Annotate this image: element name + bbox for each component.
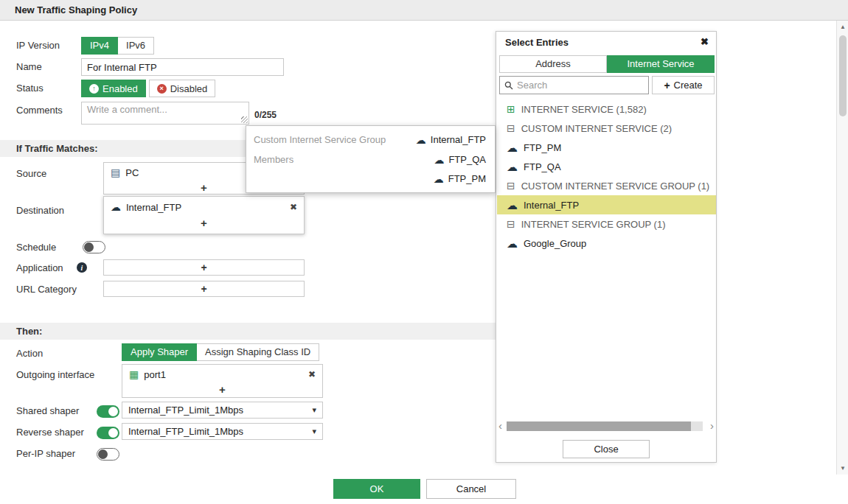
select-entries-title: Select Entries bbox=[505, 37, 569, 48]
assign-shaping-class-id-button[interactable]: Assign Shaping Class ID bbox=[197, 343, 319, 361]
status-segment: ↑ Enabled × Disabled bbox=[81, 80, 215, 97]
panel-close-button[interactable]: Close bbox=[563, 440, 650, 458]
pc-object-icon: ▤ bbox=[111, 167, 120, 178]
collapse-minus-icon[interactable]: ⊟ bbox=[507, 181, 515, 191]
collapse-minus-icon[interactable]: ⊟ bbox=[507, 219, 515, 229]
new-traffic-shaping-policy-dialog: New Traffic Shaping Policy IP Version IP… bbox=[0, 0, 848, 504]
list-item-internal-ftp-selected[interactable]: ☁ Internal_FTP bbox=[497, 195, 716, 214]
list-item-internet-service[interactable]: ⊞ INTERNET SERVICE (1,582) bbox=[497, 99, 716, 119]
tooltip-group-label: Custom Internet Service Group bbox=[254, 133, 386, 147]
destination-entry-label: Internal_FTP bbox=[126, 202, 181, 213]
horizontal-scrollbar-thumb[interactable] bbox=[507, 421, 691, 431]
comments-textarea[interactable] bbox=[81, 102, 249, 125]
cloud-icon: ☁ bbox=[434, 155, 444, 165]
tooltip-group-value-label: Internal_FTP bbox=[431, 133, 486, 147]
source-entry-label: PC bbox=[125, 167, 139, 178]
group-members-tooltip: Custom Internet Service Group ☁ Internal… bbox=[246, 125, 496, 193]
list-item-internet-service-group[interactable]: ⊟ INTERNET SERVICE GROUP (1) bbox=[497, 214, 716, 234]
destination-entry-internal-ftp[interactable]: ☁ Internal_FTP ✖ bbox=[104, 197, 304, 217]
list-item-label: Google_Group bbox=[524, 238, 586, 249]
remove-entry-icon[interactable]: ✖ bbox=[308, 369, 316, 379]
tooltip-member-label: FTP_PM bbox=[448, 172, 486, 186]
name-label: Name bbox=[16, 60, 42, 74]
per-ip-shaper-toggle[interactable] bbox=[97, 448, 119, 461]
cloud-icon: ☁ bbox=[507, 238, 518, 249]
name-input[interactable] bbox=[81, 58, 284, 76]
cloud-icon: ☁ bbox=[507, 200, 518, 211]
status-disabled-label: Disabled bbox=[170, 83, 208, 94]
create-button-label: Create bbox=[674, 80, 703, 91]
tooltip-member-label: FTP_QA bbox=[448, 153, 486, 167]
reverse-shaper-toggle[interactable] bbox=[97, 427, 119, 439]
status-disabled-button[interactable]: × Disabled bbox=[149, 80, 216, 97]
scroll-down-icon[interactable]: ▼ bbox=[837, 465, 848, 472]
comments-field-wrap bbox=[81, 102, 249, 125]
section-then: Then: bbox=[0, 323, 496, 340]
dialog-titlebar: New Traffic Shaping Policy bbox=[0, 0, 848, 21]
tab-address[interactable]: Address bbox=[499, 55, 607, 73]
list-item-google-group[interactable]: ☁ Google_Group bbox=[497, 234, 716, 253]
application-add-box[interactable]: + bbox=[103, 259, 305, 276]
shared-shaper-toggle[interactable] bbox=[97, 405, 119, 418]
search-input[interactable] bbox=[517, 80, 644, 91]
reverse-shaper-select[interactable]: Internal_FTP_Limit_1Mbps ▾ bbox=[122, 423, 323, 440]
list-item-label: INTERNET SERVICE (1,582) bbox=[521, 104, 647, 115]
status-label: Status bbox=[16, 81, 44, 96]
action-segment: Apply Shaper Assign Shaping Class ID bbox=[122, 343, 319, 361]
dialog-title: New Traffic Shaping Policy bbox=[15, 0, 137, 21]
remove-entry-icon[interactable]: ✖ bbox=[290, 202, 297, 212]
status-enabled-button[interactable]: ↑ Enabled bbox=[81, 80, 146, 97]
ipv6-button[interactable]: IPv6 bbox=[118, 37, 154, 55]
comments-label: Comments bbox=[16, 103, 63, 118]
destination-box: ☁ Internal_FTP ✖ + bbox=[103, 196, 305, 234]
search-icon bbox=[504, 81, 513, 90]
list-item-label: INTERNET SERVICE GROUP (1) bbox=[521, 219, 666, 230]
destination-label: Destination bbox=[16, 203, 64, 218]
destination-add-button[interactable]: + bbox=[104, 217, 304, 231]
shared-shaper-value: Internal_FTP_Limit_1Mbps bbox=[128, 405, 243, 416]
schedule-toggle[interactable] bbox=[83, 241, 105, 253]
cloud-icon: ☁ bbox=[416, 135, 426, 145]
scroll-up-icon[interactable]: ▲ bbox=[837, 24, 848, 30]
expand-plus-icon[interactable]: ⊞ bbox=[507, 104, 515, 114]
info-icon[interactable]: i bbox=[77, 262, 87, 273]
list-item-custom-internet-service-group[interactable]: ⊟ CUSTOM INTERNET SERVICE GROUP (1) bbox=[497, 176, 716, 195]
chevron-down-icon: ▾ bbox=[312, 427, 316, 436]
ip-version-label: IP Version bbox=[16, 38, 60, 53]
tooltip-member-item: ☁ FTP_QA bbox=[434, 153, 486, 167]
apply-shaper-button[interactable]: Apply Shaper bbox=[122, 343, 197, 361]
panel-close-icon[interactable]: ✖ bbox=[701, 36, 709, 47]
tooltip-group-value: ☁ Internal_FTP bbox=[416, 133, 486, 147]
horizontal-scrollbar[interactable] bbox=[507, 421, 703, 431]
list-item-label: FTP_QA bbox=[524, 161, 561, 172]
schedule-label: Schedule bbox=[16, 240, 56, 255]
source-label: Source bbox=[16, 167, 46, 181]
ok-button[interactable]: OK bbox=[333, 479, 420, 499]
hscroll-left-chevron-icon[interactable]: ‹ bbox=[498, 419, 502, 433]
outgoing-interface-box: ▦ port1 ✖ + bbox=[122, 364, 323, 398]
list-item-ftp-pm[interactable]: ☁ FTP_PM bbox=[497, 138, 716, 157]
create-button[interactable]: + Create bbox=[652, 76, 715, 94]
enabled-circle-arrow-icon: ↑ bbox=[89, 84, 99, 94]
list-item-ftp-qa[interactable]: ☁ FTP_QA bbox=[497, 157, 716, 176]
outgoing-interface-add-button[interactable]: + bbox=[122, 384, 322, 397]
outgoing-interface-label: Outgoing interface bbox=[16, 368, 94, 382]
page-vertical-scrollbar[interactable]: ▲ ▼ bbox=[836, 21, 848, 475]
vertical-scrollbar-thumb[interactable] bbox=[839, 35, 847, 116]
shared-shaper-select[interactable]: Internal_FTP_Limit_1Mbps ▾ bbox=[122, 402, 323, 419]
list-item-custom-internet-service[interactable]: ⊟ CUSTOM INTERNET SERVICE (2) bbox=[497, 119, 716, 138]
outgoing-interface-entry-label: port1 bbox=[144, 369, 166, 380]
cancel-button[interactable]: Cancel bbox=[426, 479, 516, 499]
url-category-add-box[interactable]: + bbox=[103, 281, 305, 297]
application-label: Application bbox=[16, 261, 63, 276]
url-category-label: URL Category bbox=[16, 282, 77, 297]
outgoing-interface-entry-port1[interactable]: ▦ port1 ✖ bbox=[122, 365, 322, 384]
collapse-minus-icon[interactable]: ⊟ bbox=[507, 123, 515, 133]
ipv4-button[interactable]: IPv4 bbox=[81, 37, 118, 55]
reverse-shaper-label: Reverse shaper bbox=[16, 425, 84, 440]
tab-internet-service[interactable]: Internet Service bbox=[607, 55, 715, 73]
hscroll-right-chevron-icon[interactable]: › bbox=[710, 419, 714, 433]
interface-icon: ▦ bbox=[129, 369, 139, 379]
select-entries-panel: Select Entries ✖ Address Internet Servic… bbox=[496, 31, 717, 463]
cloud-icon: ☁ bbox=[111, 202, 121, 212]
